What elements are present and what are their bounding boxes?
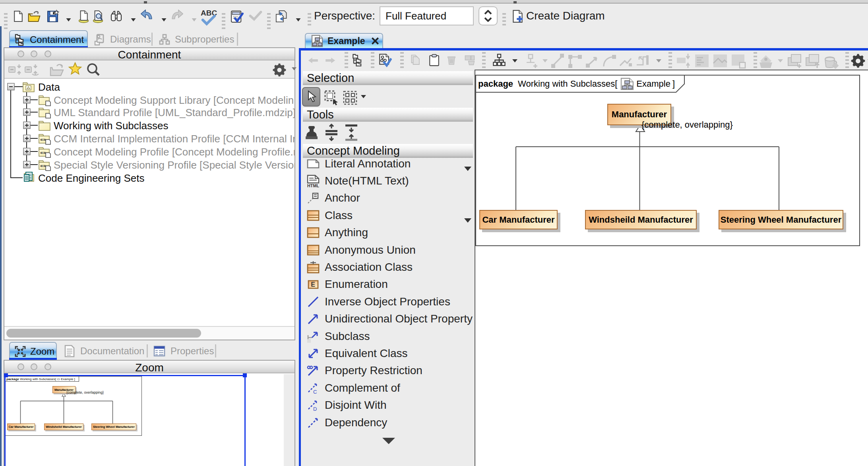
svg-text:E: E: [311, 281, 315, 288]
svg-text:C: C: [313, 389, 317, 395]
svg-text:D: D: [313, 406, 317, 412]
svg-text:HTML: HTML: [307, 183, 319, 188]
svg-text:«»: «»: [40, 136, 46, 142]
